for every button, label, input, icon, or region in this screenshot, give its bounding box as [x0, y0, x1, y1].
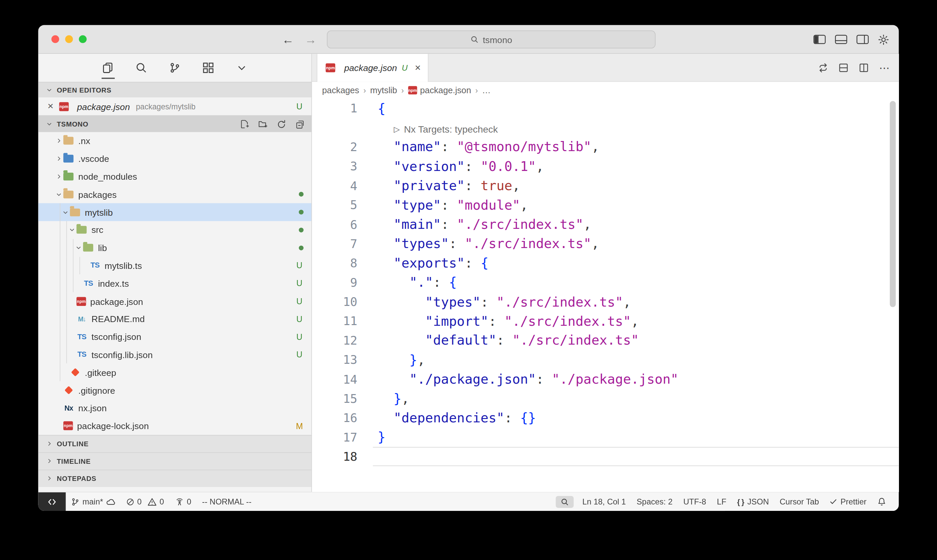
explorer-section-header[interactable]: TSMONO: [38, 115, 311, 132]
extensions-view-icon[interactable]: [201, 60, 216, 75]
breadcrumb-item[interactable]: packages: [322, 86, 359, 95]
code-line-1[interactable]: 1{: [312, 98, 899, 118]
warnings-icon: [148, 497, 157, 506]
language-mode[interactable]: { } JSON: [732, 497, 774, 506]
new-folder-icon[interactable]: [257, 118, 268, 129]
more-views-chevron-icon[interactable]: [234, 60, 249, 75]
tree-item-.vscode[interactable]: .vscode: [38, 150, 311, 168]
breadcrumb-separator: ›: [401, 86, 404, 95]
ports-item[interactable]: 0: [169, 497, 197, 506]
tree-item-node_modules[interactable]: node_modules: [38, 168, 311, 185]
tree-item-mytslib[interactable]: mytslib: [38, 203, 311, 221]
maximize-window-button[interactable]: [79, 35, 86, 43]
code-line-7[interactable]: 7 "types": "./src/index.ts",: [312, 234, 899, 254]
sidebar-section-notepads[interactable]: NOTEPADS: [38, 469, 311, 487]
git-branch-item[interactable]: main*: [66, 497, 120, 506]
code-line-2[interactable]: 2 "name": "@tsmono/mytslib",: [312, 137, 899, 157]
toggle-primary-sidebar-icon[interactable]: [813, 35, 826, 44]
code-line-text: "exports": {: [378, 256, 488, 271]
tree-item-README.md[interactable]: M↓README.mdU: [38, 310, 311, 328]
breadcrumb-item[interactable]: …: [482, 86, 491, 95]
navigate-back-button[interactable]: ←: [282, 33, 294, 45]
vim-mode-indicator[interactable]: -- NORMAL --: [197, 497, 257, 506]
open-editor-item[interactable]: × npm package.json packages/mytslib U: [38, 97, 311, 115]
tree-item-.gitignore[interactable]: .gitignore: [38, 381, 311, 399]
code-line-15[interactable]: 15 },: [312, 389, 899, 409]
open-editors-header[interactable]: OPEN EDITORS: [38, 82, 311, 97]
git-file-icon: [70, 367, 81, 378]
compare-changes-icon[interactable]: [818, 63, 828, 73]
close-window-button[interactable]: [51, 35, 59, 43]
tree-item-tsconfig.json[interactable]: TStsconfig.jsonU: [38, 328, 311, 346]
problems-item[interactable]: 0 0: [120, 497, 170, 506]
tree-item-package.json[interactable]: npmpackage.jsonU: [38, 292, 311, 310]
line-number: 11: [312, 314, 357, 328]
code-line-text: "type": "module",: [378, 198, 528, 212]
command-center-search[interactable]: tsmono: [327, 31, 655, 48]
tree-item-packages[interactable]: packages: [38, 185, 311, 203]
tree-item-index.ts[interactable]: TSindex.tsU: [38, 275, 311, 292]
code-line-6[interactable]: 6 "main": "./src/index.ts",: [312, 215, 899, 234]
new-file-icon[interactable]: [239, 118, 250, 129]
indentation-setting[interactable]: Spaces: 2: [631, 497, 678, 506]
code-line-17[interactable]: 17}: [312, 428, 899, 447]
code-line-8[interactable]: 8 "exports": {: [312, 254, 899, 273]
tree-item-.gitkeep[interactable]: .gitkeep: [38, 363, 311, 381]
code-line-13[interactable]: 13 },: [312, 350, 899, 370]
code-line-5[interactable]: 5 "type": "module",: [312, 195, 899, 215]
sidebar-section-timeline[interactable]: TIMELINE: [38, 452, 311, 469]
code-line-12[interactable]: 12 "default": "./src/index.ts": [312, 331, 899, 350]
source-control-view-icon[interactable]: [167, 60, 182, 75]
breadcrumb-item[interactable]: mytslib: [370, 86, 397, 95]
chevron-right-icon: [44, 456, 54, 466]
code-line-10[interactable]: 10 "types": "./src/index.ts",: [312, 292, 899, 312]
code-inlay-row[interactable]: ▷Nx Targets: typecheck: [312, 118, 899, 137]
encoding-setting[interactable]: UTF-8: [678, 497, 711, 506]
code-line-3[interactable]: 3 "version": "0.0.1",: [312, 157, 899, 176]
cursor-position[interactable]: Ln 18, Col 1: [577, 497, 631, 506]
tree-item-mytslib.ts[interactable]: TSmytslib.tsU: [38, 257, 311, 275]
notifications-bell-icon[interactable]: [872, 497, 892, 506]
tree-item-lib[interactable]: lib: [38, 239, 311, 257]
minimize-window-button[interactable]: [65, 35, 73, 43]
toggle-secondary-sidebar-icon[interactable]: [856, 35, 869, 44]
toggle-panel-icon[interactable]: [835, 35, 847, 44]
scrollbar-thumb[interactable]: [890, 101, 896, 307]
formatter-indicator[interactable]: Prettier: [824, 497, 872, 506]
refresh-explorer-icon[interactable]: [276, 118, 287, 129]
sidebar-section-outline[interactable]: OUTLINE: [38, 435, 311, 452]
code-line-16[interactable]: 16 "dependencies": {}: [312, 408, 899, 428]
zoom-indicator[interactable]: [555, 496, 573, 508]
settings-gear-icon[interactable]: [878, 34, 889, 45]
collapse-folders-icon[interactable]: [294, 118, 305, 129]
tree-item-tsconfig.lib.json[interactable]: TStsconfig.lib.jsonU: [38, 346, 311, 363]
more-actions-icon[interactable]: ⋯: [879, 61, 891, 74]
tree-item-src[interactable]: src: [38, 221, 311, 239]
search-view-icon[interactable]: [134, 60, 149, 75]
sidebar: OPEN EDITORS × npm package.json packages…: [38, 54, 312, 492]
tree-item-package-lock.json[interactable]: npmpackage-lock.jsonM: [38, 417, 311, 435]
nx-targets-codelens[interactable]: ▷Nx Targets: typecheck: [394, 124, 498, 135]
tree-item-nx.json[interactable]: Nxnx.json: [38, 399, 311, 417]
tree-item-label: .gitkeep: [85, 367, 116, 377]
code-line-14[interactable]: 14 "./package.json": "./package.json": [312, 369, 899, 389]
sidebar-toolbar: [38, 54, 311, 82]
tab-package-json[interactable]: npm package.json U ×: [317, 54, 428, 82]
breadcrumb-item[interactable]: npmpackage.json: [408, 86, 471, 95]
split-editor-icon[interactable]: [859, 63, 869, 73]
remote-indicator[interactable]: [38, 492, 66, 511]
chevron-down-icon: [60, 207, 70, 217]
eol-setting[interactable]: LF: [711, 497, 732, 506]
explorer-view-icon[interactable]: [100, 60, 115, 75]
navigate-forward-button[interactable]: →: [305, 33, 317, 45]
code-line-18[interactable]: 18: [312, 447, 899, 466]
close-tab-icon[interactable]: ×: [415, 62, 421, 74]
code-line-9[interactable]: 9 ".": {: [312, 273, 899, 292]
code-line-4[interactable]: 4 "private": true,: [312, 176, 899, 195]
close-editor-icon[interactable]: ×: [46, 100, 55, 112]
cursor-tab-indicator[interactable]: Cursor Tab: [774, 497, 825, 506]
tree-item-.nx[interactable]: .nx: [38, 132, 311, 150]
code-line-11[interactable]: 11 "import": "./src/index.ts",: [312, 312, 899, 331]
code-editor[interactable]: 1{▷Nx Targets: typecheck2 "name": "@tsmo…: [312, 98, 899, 492]
open-changes-icon[interactable]: [839, 63, 848, 73]
